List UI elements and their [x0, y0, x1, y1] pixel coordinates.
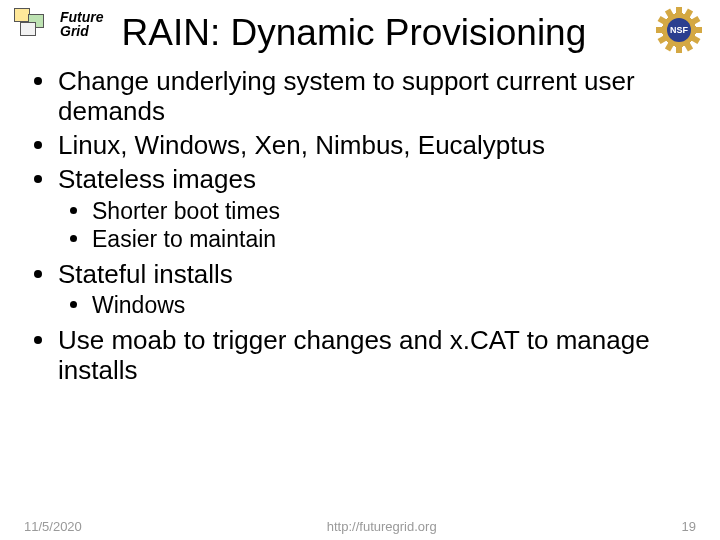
bullet-text: Easier to maintain	[92, 226, 276, 252]
list-item: Linux, Windows, Xen, Nimbus, Eucalyptus	[24, 130, 696, 160]
slide-title: RAIN: Dynamic Provisioning	[104, 6, 587, 54]
footer-date: 11/5/2020	[24, 519, 82, 534]
list-item: Windows	[58, 291, 696, 319]
bullet-text: Stateless images	[58, 164, 256, 194]
bullet-text: Stateful installs	[58, 259, 233, 289]
brand-line2: Grid	[60, 24, 104, 38]
footer: 11/5/2020 http://futuregrid.org 19	[0, 519, 720, 534]
brand-text: Future Grid	[60, 10, 104, 38]
footer-page: 19	[682, 519, 696, 534]
list-item: Easier to maintain	[58, 225, 696, 253]
footer-url: http://futuregrid.org	[327, 519, 437, 534]
list-item: Shorter boot times	[58, 197, 696, 225]
bullet-text: Change underlying system to support curr…	[58, 66, 635, 126]
brand-line1: Future	[60, 10, 104, 24]
list-item: Use moab to trigger changes and x.CAT to…	[24, 325, 696, 385]
header: Future Grid RAIN: Dynamic Provisioning N…	[0, 0, 720, 54]
bullet-text: Use moab to trigger changes and x.CAT to…	[58, 325, 650, 385]
bullet-text: Shorter boot times	[92, 198, 280, 224]
list-item: Change underlying system to support curr…	[24, 66, 696, 126]
list-item: Stateless images Shorter boot times Easi…	[24, 164, 696, 252]
content-area: Change underlying system to support curr…	[0, 54, 720, 385]
futuregrid-logo-icon	[12, 6, 56, 44]
nsf-logo-icon: NSF	[656, 7, 702, 53]
nsf-text: NSF	[656, 24, 702, 36]
bullet-text: Linux, Windows, Xen, Nimbus, Eucalyptus	[58, 130, 545, 160]
bullet-text: Windows	[92, 292, 185, 318]
list-item: Stateful installs Windows	[24, 259, 696, 319]
